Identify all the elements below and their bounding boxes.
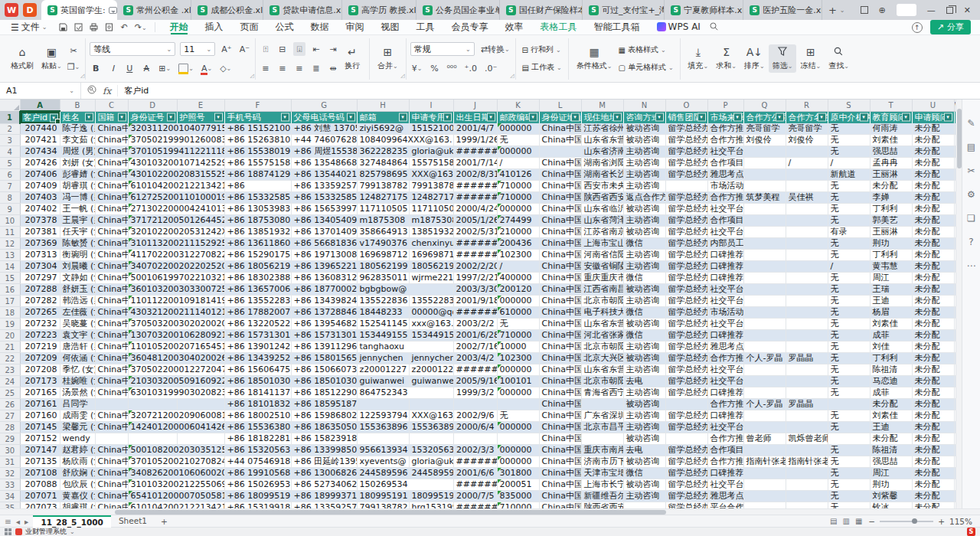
- cell[interactable]: [743, 376, 786, 387]
- menu-item-会员专享[interactable]: 会员专享: [443, 20, 497, 34]
- file-tab[interactable]: S 宁夏教师样本.xlsx: [665, 0, 743, 20]
- cell[interactable]: China中国: [95, 342, 128, 353]
- cell[interactable]: China中国: [95, 181, 128, 192]
- cell[interactable]: 周煜 (男): [60, 146, 95, 158]
- cell[interactable]: 西安市未央: [581, 181, 623, 192]
- cell-style-button[interactable]: ▢单元格样式⌄: [616, 60, 675, 75]
- cell[interactable]: 未分配: [870, 433, 912, 445]
- cell[interactable]: 430102200208315525: [128, 169, 224, 181]
- align-middle-icon[interactable]: ⊟: [276, 42, 289, 56]
- cell[interactable]: 271302200004241013: [128, 204, 224, 215]
- cell[interactable]: 无: [828, 307, 870, 319]
- cell[interactable]: [786, 284, 828, 296]
- cell[interactable]: [786, 250, 828, 261]
- filter-dropdown-icon[interactable]: ▾: [571, 113, 580, 122]
- cell[interactable]: 500106199702210321: [128, 273, 224, 284]
- cell[interactable]: China中国: [539, 479, 581, 491]
- row-number[interactable]: 26: [0, 399, 20, 410]
- cell[interactable]: 社交平台.: [707, 204, 743, 215]
- cell[interactable]: 周江: [870, 273, 912, 284]
- cell[interactable]: [743, 284, 786, 296]
- cell[interactable]: 180562199: [409, 261, 453, 273]
- cell[interactable]: #########: [453, 307, 497, 319]
- cell[interactable]: 主动咨询: [623, 422, 665, 433]
- cell[interactable]: China中国: [95, 123, 128, 135]
- cell[interactable]: 244589596: [357, 468, 409, 479]
- cell[interactable]: 合作项目-: [707, 158, 743, 169]
- cell[interactable]: 000000: [497, 456, 539, 468]
- zoom-slider-thumb[interactable]: [912, 518, 917, 524]
- menu-item-公式[interactable]: 公式: [267, 20, 302, 34]
- cell[interactable]: [623, 502, 665, 508]
- cell[interactable]: 合作方推荐: [707, 456, 743, 468]
- cell[interactable]: 马恋迪: [870, 376, 912, 387]
- cell[interactable]: 口碑推荐.: [707, 273, 743, 284]
- cell[interactable]: 2001/6/28: [453, 330, 497, 342]
- align-top-icon[interactable]: ⍐: [260, 42, 272, 56]
- column-header[interactable]: 申请顾问▾: [912, 111, 954, 123]
- cell[interactable]: 社交平台.: [707, 284, 743, 296]
- cell[interactable]: 留学总经办: [665, 387, 707, 399]
- cell[interactable]: China中国: [95, 422, 128, 433]
- cell[interactable]: 返点合作方: [623, 192, 665, 204]
- cell[interactable]: 北京市朝阳: [581, 296, 623, 307]
- cell[interactable]: China中国: [539, 273, 581, 284]
- cell[interactable]: China中国: [539, 445, 581, 456]
- cell[interactable]: 刘素佳: [870, 410, 912, 422]
- cell[interactable]: China中国: [539, 387, 581, 399]
- cell[interactable]: 340826200106060020: [128, 468, 224, 479]
- menu-item-插入[interactable]: 插入: [197, 20, 232, 34]
- cell[interactable]: 207282: [20, 296, 60, 307]
- cell[interactable]: China中国: [95, 192, 128, 204]
- cell[interactable]: 400000: [497, 273, 539, 284]
- cell[interactable]: 留学总经办: [665, 376, 707, 387]
- cell[interactable]: 微信: [623, 468, 665, 479]
- cell[interactable]: 610000: [497, 307, 539, 319]
- cell[interactable]: 雅思考点.: [707, 491, 743, 502]
- cell[interactable]: +86 1877000215: [291, 284, 357, 296]
- cell[interactable]: 刘妍 (女): [60, 158, 95, 169]
- cell[interactable]: 北京市朝阳: [581, 342, 623, 353]
- share-button[interactable]: ↗分享: [930, 20, 971, 34]
- cell[interactable]: 2002/7/16: [453, 342, 497, 353]
- cell[interactable]: +86 18753080: [224, 215, 291, 227]
- cell[interactable]: 956613934: [357, 445, 409, 456]
- cell[interactable]: 留学总经办: [665, 192, 707, 204]
- cell[interactable]: 无: [828, 456, 870, 468]
- docer-icon[interactable]: D: [23, 3, 37, 17]
- sheet-list-icon[interactable]: ≡: [5, 517, 11, 526]
- cell[interactable]: 未分配: [912, 250, 954, 261]
- comment-icon[interactable]: [109, 7, 117, 14]
- cell[interactable]: 留学总经办: [665, 364, 707, 376]
- cell[interactable]: v17490376: [357, 238, 409, 250]
- cell[interactable]: #########: [453, 502, 497, 508]
- cell[interactable]: hrq153199: [409, 502, 453, 508]
- cell[interactable]: [453, 433, 497, 445]
- cell[interactable]: China中国: [95, 227, 128, 238]
- select-all-corner[interactable]: [0, 100, 20, 111]
- cell[interactable]: 平台合作方: [707, 502, 743, 508]
- cell[interactable]: 赵君婷 (女: [60, 445, 95, 456]
- cell[interactable]: 山东省东营: [581, 364, 623, 376]
- cell[interactable]: 王迪: [870, 422, 912, 433]
- cell[interactable]: +86 18002510: [224, 410, 291, 422]
- add-sheet-button[interactable]: +: [155, 517, 174, 526]
- cell[interactable]: 主动咨询: [623, 215, 665, 227]
- cell[interactable]: China中国: [95, 215, 128, 227]
- cell[interactable]: guiwanwei: [357, 376, 409, 387]
- cell[interactable]: 207145: [20, 422, 60, 433]
- cell[interactable]: China中国: [539, 342, 581, 353]
- cell[interactable]: [743, 181, 786, 192]
- cell[interactable]: +86 1360831276: [291, 273, 357, 284]
- cell[interactable]: 无: [828, 146, 870, 158]
- row-number[interactable]: 4: [0, 146, 20, 158]
- cell[interactable]: 未分配: [912, 502, 954, 508]
- row-number[interactable]: 33: [0, 479, 20, 491]
- cell[interactable]: 凯烁曾老师: [786, 433, 828, 445]
- cell[interactable]: 未分配: [912, 273, 954, 284]
- cell[interactable]: 未分配: [912, 376, 954, 387]
- cell[interactable]: [743, 273, 786, 284]
- cell[interactable]: 2001/9/18: [453, 296, 497, 307]
- row-number[interactable]: 22: [0, 353, 20, 364]
- cell[interactable]: 无: [828, 250, 870, 261]
